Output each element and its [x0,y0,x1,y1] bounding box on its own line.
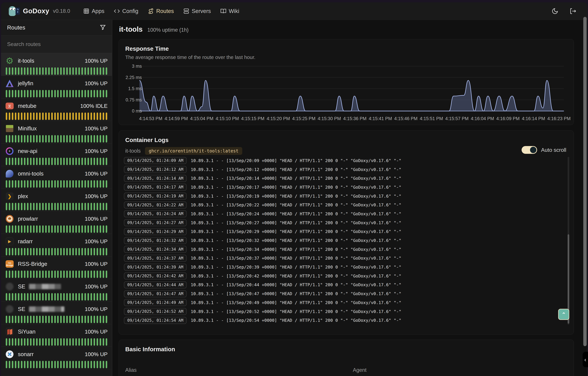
history-bar [51,271,53,278]
route-list-item[interactable]: SE 100% UP [1,279,112,302]
moon-theme-toggle-icon[interactable] [552,8,558,14]
page-scrollbar-thumb[interactable] [583,17,587,346]
jellyfin-icon [6,80,13,87]
route-list-item[interactable]: SE 100% UP [1,302,112,324]
nav-item-apps[interactable]: Apps [83,8,104,14]
history-bar [27,67,29,75]
route-list-item[interactable]: + new-api 100% UP [1,144,112,166]
history-bar [45,158,47,165]
log-message: 10.89.3.1 - - [13/Sep/20:44 +0000] "HEAD… [191,282,401,287]
history-bar [33,113,34,120]
log-timestamp-pill: 09/14/2025, 01:24:44 AM [124,281,187,288]
filter-button[interactable] [100,24,106,31]
history-bar [45,113,47,120]
log-row: 09/14/2025, 01:24:44 AM10.89.3.1 - - [13… [124,281,562,289]
history-bar [33,180,34,188]
route-status-badge: 100% UP [85,261,107,267]
history-bar [69,90,71,97]
response-time-card: Response Time The average response time … [119,39,574,125]
route-list-item[interactable]: SiYuan 100% UP [1,324,112,347]
log-scrollbar-track[interactable] [568,157,569,325]
history-bar [24,271,25,278]
history-bar [85,225,86,233]
history-bar [87,361,89,368]
history-bar [54,225,56,233]
history-bar [69,293,71,301]
history-bar [24,225,25,233]
history-bar [60,338,62,346]
history-bar [54,90,56,97]
history-bar [51,361,53,368]
uptime-history-bars [5,271,107,278]
route-name: Miniflux [18,125,37,132]
history-bar [100,113,101,120]
funnel-icon [100,24,106,30]
brand-name: GoDoxy [23,7,49,15]
history-bar [18,316,19,323]
collapse-panel-button[interactable]: ‹ [583,352,588,367]
route-list-item[interactable]: omni-tools 100% UP [1,166,112,189]
route-list-item[interactable]: rssBridge RSS-Bridge 100% UP [1,256,112,279]
route-list-item[interactable]: ✕ sonarr 100% UP [1,347,112,369]
log-list: 09/14/2025, 01:24:09 AM10.89.3.1 - - [13… [124,156,562,325]
history-bar [42,293,44,301]
route-list-item[interactable]: ▶ radarr 100% UP [1,234,112,256]
history-bar [36,180,38,188]
history-bar [39,361,41,368]
history-bar [91,316,92,323]
log-timestamp-pill: 09/14/2025, 01:24:37 AM [124,255,187,262]
history-bar [33,90,34,97]
history-bar [100,203,101,210]
history-bar [42,248,44,255]
route-list-item[interactable]: ⚙ it-tools 100% UP [1,53,112,76]
log-message: 10.89.3.1 - - [13/Sep/20:14 +0000] "HEAD… [191,176,401,181]
history-bar [15,90,16,97]
history-bar [91,271,92,278]
history-bar [60,316,62,323]
route-list-item[interactable]: Miniflux 100% UP [1,121,112,144]
new-api-icon: + [6,147,13,155]
history-bar [18,180,19,188]
uptime-history-bars [5,203,107,210]
nav-item-servers[interactable]: Servers [183,8,211,14]
history-bar [54,361,56,368]
nav-item-config[interactable]: Config [114,8,138,14]
log-message: 10.89.3.1 - - [13/Sep/20:37 +0000] "HEAD… [191,256,401,261]
history-bar [81,203,83,210]
history-bar [81,158,83,165]
route-status-badge: 100% UP [85,148,107,154]
history-bar [24,67,25,75]
logout-icon[interactable] [569,8,576,14]
code-icon [114,8,120,14]
route-status-badge: 100% UP [85,216,107,222]
route-list-item[interactable]: jellyfin 100% UP [1,76,112,98]
history-bar [60,271,62,278]
history-bar [42,67,44,75]
navbar-right [552,8,579,14]
history-bar [91,180,92,188]
history-bar [48,225,50,233]
container-image-badge: ghcr.io/corentinth/it-tools:latest [145,147,242,155]
nav-item-routes[interactable]: Routes [148,8,174,14]
history-bar [66,225,68,233]
history-bar [36,361,38,368]
history-bar [100,225,101,233]
route-list-item[interactable]: prowlarr 100% UP [1,211,112,234]
nav-item-wiki[interactable]: Wiki [220,8,239,14]
uptime-history-bars [5,90,107,97]
history-bar [33,67,34,75]
log-message: 10.89.3.1 - - [13/Sep/20:09 +0000] "HEAD… [191,158,401,163]
history-bar [60,113,62,120]
route-list-item[interactable]: ⧖ metube 100% IDLE [1,98,112,121]
auto-scroll-toggle[interactable] [522,146,537,154]
route-list-item[interactable]: ❯ plex 100% UP [1,189,112,211]
route-name: omni-tools [18,170,43,177]
scroll-to-top-button[interactable]: ⌃ [558,309,569,320]
history-bar [36,225,38,233]
history-bar [100,248,101,255]
log-timestamp-pill: 09/14/2025, 01:24:27 AM [124,219,187,226]
history-bar [51,90,53,97]
search-input[interactable] [1,35,112,53]
history-bar [66,271,68,278]
history-bar [63,361,65,368]
